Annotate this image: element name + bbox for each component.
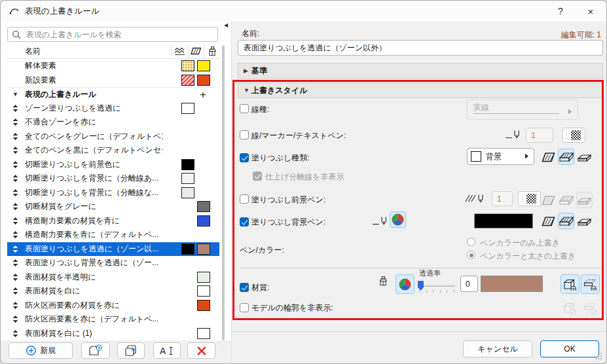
fill-bg-pen-checkbox[interactable]	[240, 217, 249, 227]
rule-row[interactable]: 構造耐力要素の材質を青に	[7, 214, 219, 228]
sort-handle-icon[interactable]	[12, 259, 20, 266]
fill-fg-pen-number-field[interactable]: 1	[492, 191, 513, 206]
rule-label: 新設要素	[25, 75, 163, 86]
sort-handle-icon[interactable]	[12, 217, 20, 225]
duplicate-button[interactable]	[117, 342, 145, 359]
group-caret-down-icon[interactable]: ▼	[12, 91, 20, 98]
search-input[interactable]	[25, 29, 217, 40]
close-button[interactable]: ×	[578, 1, 604, 22]
rule-row[interactable]: 不適合ゾーンを赤に	[7, 115, 219, 130]
sort-handle-icon[interactable]	[12, 105, 20, 112]
rule-row[interactable]: 解体要素	[7, 59, 219, 73]
rule-name-field[interactable]: 表面塗りつぶしを透過に（ゾーン以外）	[238, 40, 603, 56]
surface-color-wheel-button[interactable]	[395, 274, 414, 294]
cover-fill-toggle2[interactable]	[558, 213, 574, 229]
rule-row[interactable]: 切断塗りつぶしを前景色に	[7, 158, 219, 172]
rule-label: 防火区画要素の材質を赤に	[25, 300, 163, 311]
fill-bg-color-swatch[interactable]	[474, 213, 533, 228]
drafting-fill-toggle2[interactable]	[576, 213, 593, 229]
cut-fill-toggle2[interactable]	[540, 213, 557, 229]
sort-handle-icon[interactable]	[12, 133, 20, 140]
search-box	[7, 27, 218, 42]
cover-fill-toggle[interactable]	[558, 149, 574, 165]
rename-button[interactable]: A	[153, 342, 181, 359]
list-scrollbar[interactable]	[222, 45, 225, 340]
pen-checkbox[interactable]	[240, 130, 249, 139]
transparency-field[interactable]: 0	[460, 276, 478, 292]
pen-number-field[interactable]: 1	[526, 128, 553, 143]
surface-checkbox[interactable]	[240, 283, 249, 292]
fill-column-icon[interactable]	[188, 44, 204, 59]
hide-finish-lines-checkbox[interactable]	[253, 172, 262, 181]
resize-grip[interactable]	[595, 353, 602, 359]
rule-row[interactable]: 表面塗りつぶし背景を透過に（ゾー...	[7, 256, 219, 270]
rule-row[interactable]: 構造耐力要素を青に（デフォルトペ...	[7, 228, 219, 242]
cut-fill-toggle[interactable]	[540, 149, 557, 165]
transparency-slider-thumb[interactable]	[418, 281, 424, 291]
rule-row[interactable]: 切断塗りつぶしを背景に（分離線な...	[7, 186, 219, 200]
sort-handle-icon[interactable]	[12, 246, 20, 253]
section-override-style[interactable]: ▼ 上書きスタイル	[238, 82, 603, 98]
rules-list: 名前 解体要素新設要素 ▼ 表現の上書きルール + ゾーン塗りつぶしを透過に不適…	[7, 44, 219, 340]
collapse-panel-arrow-icon[interactable]: ◀	[224, 22, 228, 28]
rename-icon: A	[160, 346, 174, 356]
line-preview	[473, 113, 559, 114]
apply-cut-surfaces-toggle[interactable]	[581, 274, 600, 294]
fill-type-dropdown[interactable]: 背景	[467, 148, 534, 165]
sort-handle-icon[interactable]	[12, 147, 20, 154]
rule-row[interactable]: 切断材質をグレーに	[7, 200, 219, 214]
sort-handle-icon[interactable]	[12, 287, 20, 295]
color-swatch	[181, 173, 194, 184]
rule-row[interactable]: 全てのペンをグレーに（デフォルトペン...	[7, 130, 219, 144]
ok-button[interactable]: OK	[540, 340, 599, 357]
fill-bg-color-wheel-button[interactable]	[390, 211, 406, 228]
fill-type-checkbox[interactable]	[240, 153, 249, 162]
line-type-dropdown[interactable]: 実線	[467, 100, 578, 120]
cancel-button[interactable]: キャンセル	[463, 340, 532, 357]
surface-color-swatch[interactable]	[481, 276, 543, 292]
drafting-fill-toggle[interactable]	[576, 149, 593, 165]
rule-row[interactable]: 防火区画要素の材質を赤に	[7, 299, 219, 313]
sort-handle-icon[interactable]	[12, 161, 20, 168]
line-type-column-icon[interactable]	[171, 44, 188, 59]
pen-color-weight-radio[interactable]	[467, 251, 475, 259]
sort-handle-icon[interactable]	[12, 231, 20, 238]
fill-fg-pen-checkbox[interactable]	[240, 194, 249, 204]
rule-row[interactable]: 表面材質を白に	[7, 284, 219, 299]
rule-row[interactable]: 新設要素	[7, 73, 219, 88]
rule-label: 表面塗りつぶしを透過に（ゾーン以...	[25, 244, 163, 255]
rules-group-row[interactable]: ▼ 表現の上書きルール +	[7, 87, 219, 101]
transparency-slider-track[interactable]	[418, 285, 455, 287]
svg-text:A: A	[160, 346, 166, 356]
rule-row[interactable]: 表面材質を半透明に	[7, 270, 219, 285]
new-rule-button[interactable]: 新規	[9, 342, 73, 359]
fill-fg-pen-color-button[interactable]	[518, 191, 541, 206]
rule-row[interactable]: 表面塗りつぶしを透過に（ゾーン以...	[7, 242, 219, 257]
sort-handle-icon[interactable]	[12, 203, 20, 210]
column-name-header[interactable]: 名前	[25, 46, 171, 57]
sort-handle-icon[interactable]	[12, 274, 20, 281]
rule-row[interactable]: 防火区画要素を赤に（デフォルトペ...	[7, 312, 219, 327]
new-folder-button[interactable]	[81, 342, 110, 359]
sort-handle-icon[interactable]	[12, 118, 20, 126]
sort-handle-icon[interactable]	[12, 189, 20, 196]
rule-row[interactable]: 切断塗りつぶしを背景に（分離線あ...	[7, 172, 219, 186]
sort-handle-icon[interactable]	[12, 316, 20, 323]
sort-handle-icon[interactable]	[12, 330, 20, 337]
rule-row[interactable]: ゾーン塗りつぶしを透過に	[7, 101, 219, 116]
line-type-checkbox[interactable]	[240, 104, 249, 113]
sort-handle-icon[interactable]	[12, 175, 20, 182]
pen-number-value: 1	[531, 131, 536, 140]
pen-color-picker-button[interactable]	[562, 128, 585, 143]
sort-handle-icon[interactable]	[12, 302, 20, 309]
rule-row[interactable]: 全てのペンを黒に（デフォルトペンセッ...	[7, 143, 219, 158]
pen-color-only-radio[interactable]	[467, 238, 475, 246]
help-button[interactable]: ?	[547, 1, 574, 22]
pen-column-icon[interactable]	[204, 44, 219, 59]
apply-uncut-surfaces-toggle[interactable]	[561, 274, 579, 294]
section-criteria[interactable]: ▶ 基準	[238, 63, 603, 79]
hide-outline-checkbox[interactable]	[240, 303, 249, 312]
rule-row[interactable]: 表面材質を白に (1)	[7, 327, 219, 341]
delete-button[interactable]	[187, 342, 215, 359]
add-rule-button[interactable]: +	[200, 88, 206, 101]
